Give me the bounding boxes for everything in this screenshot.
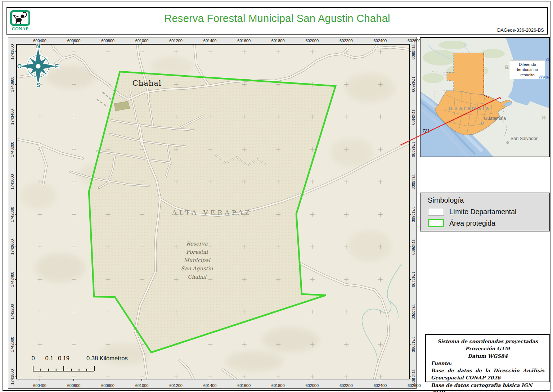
- legend-item-departmental: Límite Departamental: [428, 207, 516, 216]
- sea-label-partial-2: Gu: [546, 58, 550, 62]
- city-label: Guatemala: [484, 116, 506, 121]
- country-label: Guatemala: [449, 105, 491, 111]
- reserve-label-line: San Agustin: [181, 266, 213, 272]
- reserve-label-line: Forestal: [186, 249, 208, 255]
- ref-number: 721: [422, 129, 430, 134]
- inset-locator-map: Diferendo territorial no resuelto B Guat…: [420, 37, 550, 157]
- source-label: Fuente:: [431, 360, 544, 367]
- source-line: Base de datos de la Dirección Análisis G…: [431, 367, 544, 382]
- map-frame: Chahal ALTA VERAPAZ Reserva Forestal Mun…: [8, 37, 417, 389]
- legend-label: Límite Departamental: [449, 208, 516, 216]
- town-label: Chahal: [132, 79, 162, 87]
- conap-wordmark: CONAP: [10, 26, 30, 32]
- reserve-location-dot: [500, 98, 501, 99]
- crs-line: Datum WGS84: [431, 352, 544, 360]
- compass-w: O: [17, 63, 22, 69]
- legend-label: Área protegida: [449, 219, 495, 227]
- san-salvador-label: San Salvador: [511, 136, 538, 141]
- departmental-swatch: [428, 208, 444, 216]
- page-title: Reserva Forestal Municipal San Agustin C…: [7, 13, 547, 24]
- sea-label-partial: Hond: [539, 75, 550, 80]
- base-map: Chahal ALTA VERAPAZ Reserva Forestal Mun…: [17, 45, 409, 379]
- legend-item-protected: Área protegida: [428, 218, 495, 228]
- source-line: Base de datos cartografía básica IGN 201…: [431, 382, 544, 392]
- scale-label-038: 0.38 Kilómetros: [86, 355, 128, 362]
- crs-line: Proyección GTM: [431, 345, 544, 352]
- compass-n: N: [36, 44, 40, 49]
- map-document-page: CONAP Reserva Forestal Municipal San Agu…: [0, 0, 553, 392]
- scale-label-0: 0: [31, 355, 35, 362]
- crs-line: Sistema de coordenadas proyectadas: [431, 338, 544, 345]
- legend: Simbología Límite Departamental Área pro…: [420, 193, 550, 231]
- compass-e: E: [55, 63, 59, 69]
- belize-label-partial: B: [505, 64, 509, 70]
- compass-rose: N E S O: [17, 44, 59, 88]
- guatemala-city-dot: [481, 122, 484, 124]
- credits-box: Sistema de coordenadas proyectadas Proye…: [425, 334, 550, 382]
- scale-ruler: [25, 364, 144, 372]
- scale-label-01: 0.1: [45, 355, 54, 362]
- scale-label-019: 0.19: [58, 355, 69, 362]
- legend-title: Simbología: [428, 196, 464, 204]
- compass-s: S: [36, 82, 40, 88]
- document-id: DAGeos-336-2026-BS: [497, 27, 544, 33]
- reserve-label-line: Reserva: [186, 241, 208, 247]
- map-canvas: Chahal ALTA VERAPAZ Reserva Forestal Mun…: [16, 44, 410, 379]
- reserve-label-line: Municipal: [184, 257, 211, 263]
- header: CONAP Reserva Forestal Municipal San Agu…: [6, 7, 548, 35]
- scale-bar: 0 0.1 0.19 0.38 Kilómetros: [25, 354, 144, 373]
- san-salvador-dot: [507, 141, 509, 144]
- department-label: ALTA VERAPAZ: [172, 209, 252, 216]
- reserve-label-line: Chahal: [188, 274, 207, 280]
- protected-swatch: [428, 219, 444, 227]
- honduras-label-partial: H o: [542, 115, 550, 121]
